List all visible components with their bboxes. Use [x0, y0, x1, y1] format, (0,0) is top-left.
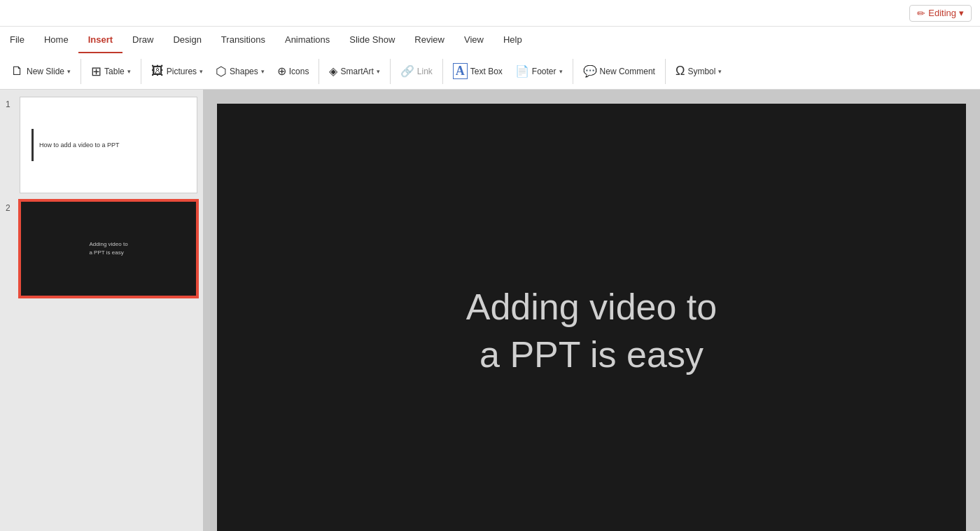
symbol-label: Symbol	[687, 67, 715, 76]
sep-3	[318, 59, 319, 84]
slide-number-1: 1	[6, 97, 15, 109]
slide-entry-2: 2 Adding video toa PPT is easy	[6, 200, 197, 297]
slide-thumbnail-2[interactable]: Adding video toa PPT is easy	[20, 200, 197, 297]
smartart-caret: ▾	[377, 68, 380, 75]
new-comment-icon: 💬	[583, 64, 597, 78]
sep-1	[80, 59, 81, 84]
textbox-label: Text Box	[470, 67, 503, 76]
textbox-button[interactable]: A Text Box	[447, 56, 508, 87]
tab-animations[interactable]: Animations	[275, 27, 340, 53]
editing-caret: ▾	[959, 8, 964, 18]
shapes-icon: ⬡	[216, 64, 227, 79]
new-slide-label: New Slide	[27, 67, 64, 76]
tab-transitions[interactable]: Transitions	[211, 27, 275, 53]
smartart-button[interactable]: ◈ SmartArt ▾	[323, 56, 385, 87]
canvas-area: Adding video to a PPT is easy	[203, 90, 980, 531]
editing-button[interactable]: ✏ Editing ▾	[909, 5, 972, 22]
footer-icon: 📄	[515, 64, 529, 78]
tab-view[interactable]: View	[454, 27, 493, 53]
footer-caret: ▾	[559, 68, 563, 75]
tab-help[interactable]: Help	[493, 27, 532, 53]
table-label: Table	[104, 67, 125, 76]
tab-file[interactable]: File	[0, 27, 34, 53]
sep-2	[141, 59, 141, 84]
link-label: Link	[417, 67, 433, 76]
sep-5	[442, 59, 443, 84]
slide-canvas[interactable]: Adding video to a PPT is easy	[217, 104, 966, 531]
icons-icon: ⊕	[277, 64, 286, 78]
slide-text-line1: Adding video to	[466, 287, 718, 327]
ribbon-tabs: File Home Insert Draw Design Transitions…	[0, 27, 980, 53]
slide-thumbnail-1[interactable]: How to add a video to a PPT	[20, 97, 197, 193]
pictures-icon: 🖼	[151, 64, 164, 78]
icons-label: Icons	[289, 67, 309, 76]
slide1-inner: How to add a video to a PPT	[20, 97, 197, 193]
textbox-icon: A	[453, 63, 468, 79]
symbol-caret: ▾	[718, 68, 722, 75]
tab-review[interactable]: Review	[405, 27, 454, 53]
tab-design[interactable]: Design	[163, 27, 211, 53]
slide-main-text: Adding video to a PPT is easy	[466, 284, 718, 378]
symbol-icon: Ω	[676, 64, 685, 78]
slide-number-2: 2	[6, 200, 15, 213]
slide2-text: Adding video toa PPT is easy	[89, 240, 127, 257]
footer-button[interactable]: 📄 Footer ▾	[510, 56, 568, 87]
slide1-title-bar	[31, 129, 34, 161]
table-button[interactable]: ⊞ Table ▾	[85, 56, 136, 87]
symbol-button[interactable]: Ω Symbol ▾	[670, 56, 727, 87]
tab-insert[interactable]: Insert	[78, 27, 122, 53]
new-comment-button[interactable]: 💬 New Comment	[578, 56, 661, 87]
smartart-label: SmartArt	[340, 67, 373, 76]
pencil-icon: ✏	[917, 8, 925, 19]
link-button[interactable]: 🔗 Link	[395, 56, 438, 87]
new-slide-icon: 🗋	[11, 64, 24, 78]
ribbon-toolbar: 🗋 New Slide ▾ ⊞ Table ▾ 🖼 Pictures ▾ ⬡ S…	[0, 53, 980, 90]
shapes-caret: ▾	[261, 68, 265, 75]
shapes-label: Shapes	[230, 67, 258, 76]
slide1-text: How to add a video to a PPT	[39, 141, 120, 150]
pictures-button[interactable]: 🖼 Pictures ▾	[146, 56, 209, 87]
slide-panel: 1 How to add a video to a PPT 2 Adding v…	[0, 90, 203, 531]
slide-text-line2: a PPT is easy	[479, 334, 704, 375]
link-icon: 🔗	[400, 64, 414, 78]
new-slide-button[interactable]: 🗋 New Slide ▾	[6, 56, 76, 87]
footer-label: Footer	[532, 67, 556, 76]
tab-draw[interactable]: Draw	[122, 27, 163, 53]
sep-7	[665, 59, 666, 84]
pictures-caret: ▾	[200, 68, 203, 75]
title-bar: ✏ Editing ▾	[0, 0, 980, 27]
slide-entry-1: 1 How to add a video to a PPT	[6, 97, 197, 193]
slide2-inner: Adding video toa PPT is easy	[21, 202, 196, 296]
tab-home[interactable]: Home	[34, 27, 78, 53]
editing-label: Editing	[928, 8, 956, 18]
icons-button[interactable]: ⊕ Icons	[272, 56, 315, 87]
new-comment-label: New Comment	[600, 67, 655, 76]
table-icon: ⊞	[91, 64, 102, 79]
sep-6	[573, 59, 573, 84]
sep-4	[390, 59, 391, 84]
smartart-icon: ◈	[329, 64, 337, 78]
tab-slideshow[interactable]: Slide Show	[340, 27, 405, 53]
shapes-button[interactable]: ⬡ Shapes ▾	[210, 56, 270, 87]
table-caret: ▾	[127, 68, 131, 75]
new-slide-caret: ▾	[67, 68, 71, 75]
pictures-label: Pictures	[167, 67, 197, 76]
main-area: 1 How to add a video to a PPT 2 Adding v…	[0, 90, 980, 531]
